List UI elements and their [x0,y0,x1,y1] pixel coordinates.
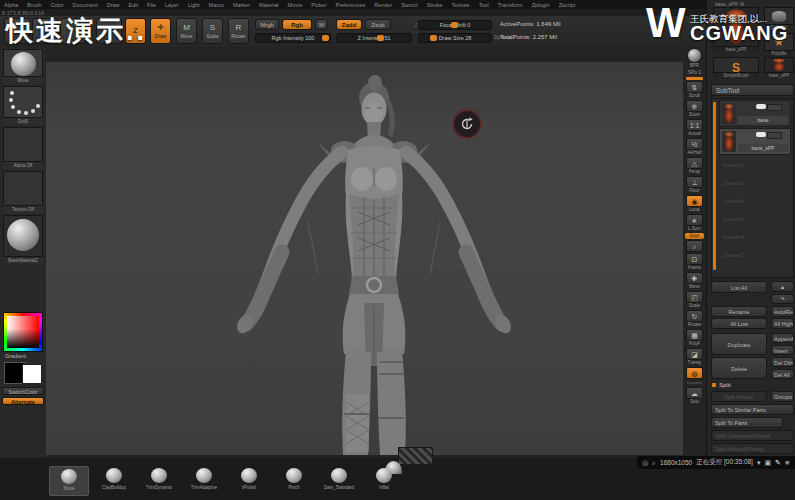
brush-preset[interactable]: Inflat [364,466,404,496]
right-shelf-button[interactable]: ∗ L.Sym [684,214,705,232]
brush-preset[interactable]: Dam_Standard [319,466,359,496]
menu-item[interactable]: Movie [288,2,303,8]
subtool-row[interactable]: base_sPP [719,128,791,155]
brush-preset[interactable]: hPolish [229,466,269,496]
right-shelf-button[interactable]: SPix 3 [684,70,705,80]
menu-item[interactable]: Macro [209,2,224,8]
shelf-button[interactable] [32,18,58,44]
tool-thumbnail-simplebrush[interactable]: S [713,57,759,73]
brush-preset[interactable]: Move [49,466,89,496]
subtool-redo-button[interactable]: ↷ [771,294,794,304]
autoreorder-button[interactable]: AutoReorder [771,306,794,317]
split-unmasked-button[interactable]: Split Unmasked Points [711,430,794,441]
rgb-intensity-slider[interactable]: Rgb Intensity 100 [255,33,331,43]
right-shelf-button[interactable]: ✚ Move [684,272,705,290]
subtool-toggles[interactable] [767,132,782,139]
subtool-row[interactable]: Unused 5 [719,210,791,227]
zadd-button[interactable]: Zadd [336,19,362,30]
pencil-icon[interactable]: ✎ [775,458,781,468]
menu-item[interactable]: Layer [165,2,179,8]
subtool-row[interactable]: Unused 6 [719,228,791,245]
right-shelf-button[interactable]: ⇅ Scroll [684,81,705,99]
menu-item[interactable]: Stencil [401,2,418,8]
split-similar-button[interactable]: Split To Similar Parts [711,404,794,415]
menu-item[interactable]: File [147,2,156,8]
subtool-scrollbar[interactable] [713,102,716,270]
subtool-row[interactable]: base [719,100,791,127]
menu-item[interactable]: Transform [498,2,523,8]
brush-preset[interactable]: ClayBuildup [94,466,134,496]
right-shelf-button[interactable]: ⊕ Zoom [684,100,705,118]
right-shelf-button[interactable]: ◰ Scale [684,291,705,309]
mrgb-button[interactable]: Mrgb [255,19,279,30]
menu-item[interactable]: Light [188,2,200,8]
draw-mode-button[interactable]: ✛ Draw [150,18,171,44]
right-shelf-button[interactable]: ½ AAHalf [684,138,705,156]
lightbox-button[interactable] [96,18,122,44]
menu-item[interactable]: Material [259,2,279,8]
model-sculpt[interactable] [46,62,683,455]
split-to-parts-button[interactable]: Split To Parts [711,417,783,428]
groups-split-button[interactable]: Groups Split [771,391,794,402]
menu-item[interactable]: Texture [452,2,470,8]
material-thumbnail[interactable] [3,215,43,257]
menu-item[interactable]: Preferences [336,2,366,8]
shelf-button[interactable] [4,18,30,44]
right-shelf-button[interactable]: BPR [684,48,705,69]
subtool-row[interactable]: Unused 7 [719,246,791,263]
menu-item[interactable]: Zplugin [532,2,550,8]
rotate-gizmo[interactable] [452,109,482,139]
alpha-thumbnail[interactable] [3,127,43,162]
menu-item[interactable]: Marker [233,2,250,8]
camera-icon[interactable]: ▣ [764,458,771,468]
menu-item[interactable]: Picker [311,2,326,8]
del-other-button[interactable]: Del Other [771,357,794,367]
tool-thumbnail-cylinder[interactable] [764,7,794,25]
brush-preset[interactable]: Pinch [274,466,314,496]
z-intensity-slider[interactable]: Z Intensity 51 [336,33,412,43]
eye-toggle-icon[interactable] [756,132,766,137]
partial-alpha-thumbnail[interactable] [398,447,433,465]
subtool-up-button[interactable]: ▲ [771,281,794,292]
eye-toggle-icon[interactable] [756,104,766,109]
tool-thumbnail-polymesh[interactable]: ★ [764,33,794,51]
subtool-row[interactable]: Unused 4 [719,192,791,209]
right-shelf-button[interactable]: Dynamic [684,380,705,386]
texture-thumbnail[interactable] [3,171,43,206]
menu-item[interactable]: Render [374,2,392,8]
right-shelf-button[interactable]: ⊡ Frame [684,253,705,271]
current-tool-thumbnail[interactable] [713,7,759,47]
menu-item[interactable]: Document [73,2,98,8]
append-button[interactable]: Append [771,333,794,343]
dropdown-icon[interactable]: ▾ [757,458,761,468]
right-shelf-button[interactable]: ⌕ [684,240,705,252]
focal-shift-slider[interactable]: Focal Shift 0 [418,20,492,30]
stop-icon[interactable]: ■ [785,458,789,468]
scale-mode-button[interactable]: S Scale [202,18,223,44]
menu-item[interactable]: Color [50,2,63,8]
brush-preset[interactable]: TrimAdaptive [184,466,224,496]
draw-size-slider[interactable]: Draw Size 28 [418,33,492,43]
brush-thumbnail[interactable] [3,49,43,77]
rgb-button[interactable]: Rgb [282,19,312,30]
right-shelf-button[interactable]: ☁ Solo [684,387,705,405]
magnifier-icon[interactable]: ⌕ [652,458,656,468]
right-shelf-button[interactable]: ◉ Local [684,195,705,213]
switchcolor-button[interactable]: SwitchColor [2,387,44,395]
document-canvas[interactable] [46,47,683,458]
menu-item[interactable]: Draw [107,2,120,8]
alt-color-swatch[interactable] [22,364,42,384]
m-button[interactable]: M [315,19,328,30]
menu-item[interactable]: Edit [129,2,138,8]
right-shelf-button[interactable]: ⊥ Floor [684,176,705,194]
menu-item[interactable]: Tool [479,2,489,8]
split-section-header[interactable]: Split [712,382,731,388]
all-low-button[interactable]: All Low [711,318,767,329]
right-shelf-button[interactable]: ◍ [684,367,705,379]
rename-button[interactable]: Rename [711,306,767,317]
menu-item[interactable]: Stroke [427,2,443,8]
delete-button[interactable]: Delete [711,357,767,379]
subtool-row[interactable]: Unused 2 [719,156,791,173]
menu-item[interactable]: Brush [27,2,41,8]
menu-item[interactable]: Zscript [559,2,576,8]
